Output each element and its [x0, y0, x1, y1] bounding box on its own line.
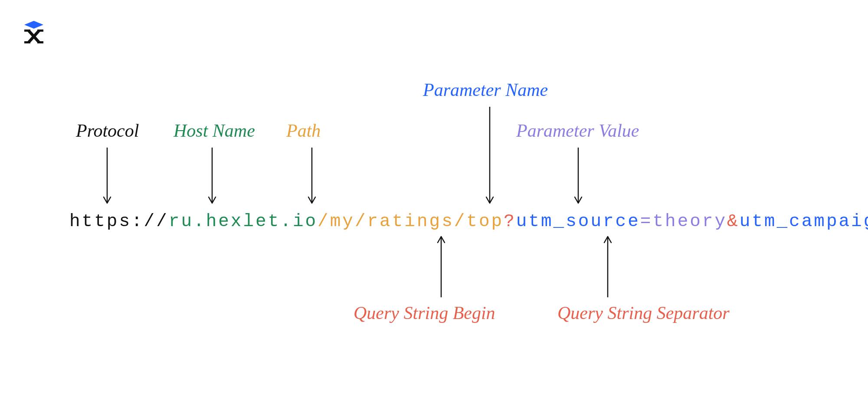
label-protocol: Protocol: [76, 122, 139, 140]
label-query-string-begin: Query String Begin: [354, 304, 495, 322]
label-parameter-name: Parameter Name: [423, 81, 548, 99]
url-protocol: https://: [69, 211, 169, 231]
url-param2-name: utm_campaign: [740, 211, 868, 231]
url-host: ru.hexlet.io: [169, 211, 318, 231]
url-line: https://ru.hexlet.io/my/ratings/top?utm_…: [69, 213, 868, 230]
url-equals1: =: [640, 211, 653, 231]
svg-marker-0: [24, 21, 43, 29]
url-param1-value: theory: [652, 211, 727, 231]
label-parameter-value: Parameter Value: [516, 122, 639, 140]
arrow-parameter-value: [578, 148, 579, 203]
arrow-parameter-name: [489, 107, 490, 203]
url-query-begin: ?: [504, 211, 516, 231]
arrow-host: [212, 148, 213, 203]
label-path: Path: [286, 122, 321, 140]
label-query-string-separator: Query String Separator: [557, 304, 730, 322]
diagram-canvas: { "logo": { "letter": "X" }, "url": { "p…: [0, 0, 868, 398]
arrow-protocol: [107, 148, 108, 203]
url-param1-name: utm_source: [516, 211, 640, 231]
url-path: /my/ratings/top: [318, 211, 504, 231]
hexlet-logo: [22, 20, 46, 44]
arrow-query-separator: [607, 237, 608, 297]
label-host: Host Name: [174, 122, 255, 140]
arrow-path: [311, 148, 312, 203]
arrow-query-begin: [441, 237, 442, 297]
url-separator: &: [727, 211, 740, 231]
